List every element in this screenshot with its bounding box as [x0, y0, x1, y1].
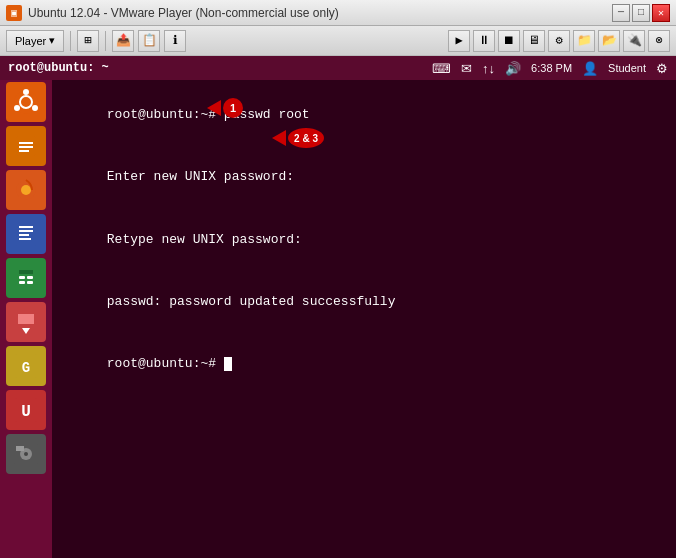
terminal-line-5: root@ubuntu:~# — [60, 334, 668, 396]
toolbar-btn-r6[interactable]: 📁 — [573, 30, 595, 52]
minimize-button[interactable]: ─ — [612, 4, 630, 22]
svg-text:G: G — [22, 360, 30, 376]
cursor — [224, 357, 232, 371]
annotation-23: 2 & 3 — [272, 128, 324, 148]
toolbar-btn-r5[interactable]: ⚙ — [548, 30, 570, 52]
arrow-1 — [207, 100, 221, 116]
sidebar-firefox[interactable] — [6, 170, 46, 210]
toolbar-btn-r2[interactable]: ⏸ — [473, 30, 495, 52]
svg-rect-17 — [19, 270, 33, 274]
sidebar-calc[interactable] — [6, 258, 46, 298]
sidebar-impress[interactable] — [6, 302, 46, 342]
prompt-2: root@ubuntu:~# — [107, 356, 224, 371]
network-icon: ↑↓ — [482, 61, 495, 76]
success-text: passwd: password updated successfully — [107, 294, 396, 309]
volume-icon: 🔊 — [505, 61, 521, 76]
svg-rect-6 — [19, 142, 33, 144]
terminal[interactable]: root@ubuntu:~# passwd root Enter new UNI… — [52, 80, 676, 558]
svg-rect-8 — [19, 150, 29, 152]
player-arrow: ▾ — [49, 34, 55, 47]
sidebar-disk[interactable] — [6, 434, 46, 474]
svg-rect-21 — [27, 281, 33, 284]
toolbar-btn-r9[interactable]: ⊗ — [648, 30, 670, 52]
svg-rect-13 — [19, 230, 33, 232]
sidebar: G U — [0, 80, 52, 558]
toolbar-divider-2 — [105, 31, 106, 51]
svg-rect-14 — [19, 234, 29, 236]
sidebar-gimp[interactable]: G — [6, 346, 46, 386]
toolbar-btn-r8[interactable]: 🔌 — [623, 30, 645, 52]
svg-rect-20 — [19, 281, 25, 284]
sidebar-writer[interactable] — [6, 214, 46, 254]
toolbar-btn-send[interactable]: 📤 — [112, 30, 134, 52]
enter-password-text: Enter new UNIX password: — [107, 169, 294, 184]
arrow-23 — [272, 130, 286, 146]
toolbar-right: ▶ ⏸ ⏹ 🖥 ⚙ 📁 📂 🔌 ⊗ — [448, 30, 670, 52]
terminal-line-3: Retype new UNIX password: — [60, 209, 668, 271]
toolbar-divider-1 — [70, 31, 71, 51]
window-controls[interactable]: ─ □ ✕ — [612, 4, 670, 22]
player-button[interactable]: Player ▾ — [6, 30, 64, 52]
svg-point-31 — [24, 452, 28, 456]
mail-icon: ✉ — [461, 61, 472, 76]
toolbar-btn-grid[interactable]: ⊞ — [77, 30, 99, 52]
clock: 6:38 PM — [531, 62, 572, 74]
user-icon: 👤 — [582, 61, 598, 76]
toolbar-btn-r3[interactable]: ⏹ — [498, 30, 520, 52]
svg-rect-32 — [16, 446, 24, 451]
status-bar: root@ubuntu: ~ ⌨ ✉ ↑↓ 🔊 6:38 PM 👤 Studen… — [0, 56, 676, 80]
toolbar-btn-r1[interactable]: ▶ — [448, 30, 470, 52]
settings-icon: ⚙ — [656, 61, 668, 76]
svg-rect-7 — [19, 146, 33, 148]
close-button[interactable]: ✕ — [652, 4, 670, 22]
svg-point-10 — [21, 185, 31, 195]
toolbar-btn-r4[interactable]: 🖥 — [523, 30, 545, 52]
main-content: G U root@ubuntu:~# passwd root Enter new… — [0, 80, 676, 558]
status-right: ⌨ ✉ ↑↓ 🔊 6:38 PM 👤 Student ⚙ — [432, 61, 668, 76]
toolbar-btn-r7[interactable]: 📂 — [598, 30, 620, 52]
svg-rect-19 — [27, 276, 33, 279]
terminal-line-2: Enter new UNIX password: — [60, 146, 668, 208]
toolbar-btn-info[interactable]: ℹ — [164, 30, 186, 52]
svg-text:U: U — [21, 403, 31, 421]
badge-1: 1 — [223, 98, 243, 118]
sidebar-ubuntu-one[interactable]: U — [6, 390, 46, 430]
terminal-line-4: passwd: password updated successfully — [60, 271, 668, 333]
username: Student — [608, 62, 646, 74]
terminal-line-1: root@ubuntu:~# passwd root — [60, 84, 668, 146]
title-bar-left: ▣ Ubuntu 12.04 - VMware Player (Non-comm… — [6, 5, 339, 21]
sidebar-files[interactable] — [6, 126, 46, 166]
retype-password-text: Retype new UNIX password: — [107, 232, 302, 247]
svg-point-2 — [23, 89, 29, 95]
svg-rect-18 — [19, 276, 25, 279]
terminal-prompt-status: root@ubuntu: ~ — [8, 61, 109, 75]
toolbar: Player ▾ ⊞ 📤 📋 ℹ ▶ ⏸ ⏹ 🖥 ⚙ 📁 📂 🔌 ⊗ — [0, 26, 676, 56]
svg-rect-23 — [18, 314, 34, 324]
maximize-button[interactable]: □ — [632, 4, 650, 22]
annotation-1: 1 — [207, 98, 243, 118]
keyboard-icon: ⌨ — [432, 61, 451, 76]
svg-point-3 — [14, 105, 20, 111]
toolbar-btn-copy[interactable]: 📋 — [138, 30, 160, 52]
sidebar-ubuntu[interactable] — [6, 82, 46, 122]
svg-point-4 — [32, 105, 38, 111]
title-bar: ▣ Ubuntu 12.04 - VMware Player (Non-comm… — [0, 0, 676, 26]
svg-rect-12 — [19, 226, 33, 228]
svg-rect-15 — [19, 238, 31, 240]
window-title: Ubuntu 12.04 - VMware Player (Non-commer… — [28, 6, 339, 20]
vmware-icon: ▣ — [6, 5, 22, 21]
badge-23: 2 & 3 — [288, 128, 324, 148]
player-label: Player — [15, 35, 46, 47]
